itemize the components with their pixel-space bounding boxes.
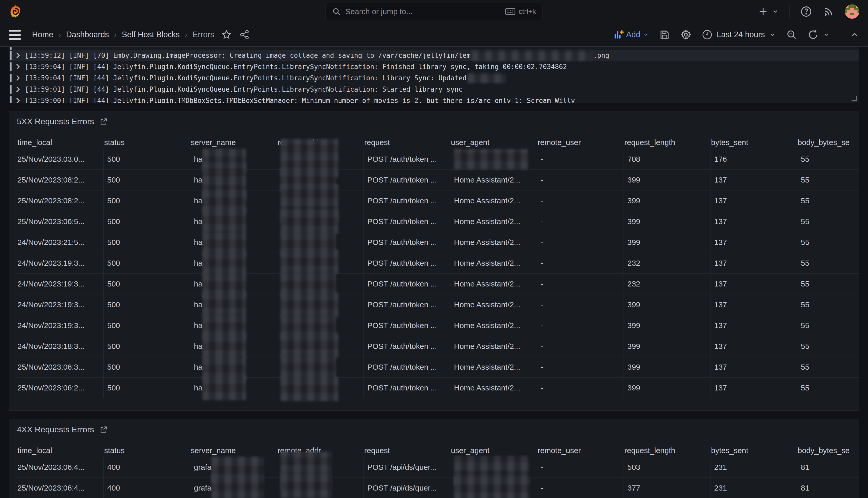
table-header-row: time_localstatusserver_nameremote_addrre… — [17, 136, 859, 149]
column-header-body_bytes_se[interactable]: body_bytes_se — [797, 444, 859, 457]
global-search: ctrl+k — [326, 3, 543, 20]
column-header-time_local[interactable]: time_local — [17, 444, 104, 457]
column-header-user_agent[interactable]: user_agent — [450, 444, 537, 457]
external-link-icon[interactable] — [100, 426, 107, 434]
panel-title[interactable]: 5XX Requests Errors — [17, 117, 94, 126]
redacted-blur — [281, 355, 336, 379]
table-cell: Home Assistant/2... — [450, 294, 537, 315]
table-cell: 137 — [710, 315, 797, 336]
breadcrumb-home[interactable]: Home — [32, 30, 53, 39]
news-button[interactable] — [823, 6, 834, 17]
table-cell: 55 — [797, 315, 859, 336]
help-button[interactable] — [800, 6, 812, 17]
refresh-icon — [808, 29, 819, 40]
table-cell: 500 — [104, 253, 190, 274]
add-panel-button[interactable]: Add — [613, 29, 649, 40]
column-header-bytes_sent[interactable]: bytes_sent — [710, 444, 797, 457]
table-cell — [277, 253, 364, 274]
table-row: 24/Nov/2023:19:3...500haPOST /auth/token… — [17, 253, 859, 274]
expand-chevron-icon[interactable] — [16, 52, 20, 59]
column-header-request_length[interactable]: request_length — [624, 444, 710, 457]
table-cell: Home Assistant/2... — [450, 357, 537, 378]
column-header-request[interactable]: request — [364, 136, 450, 149]
column-header-user_agent[interactable]: user_agent — [450, 136, 537, 149]
refresh-button[interactable] — [808, 29, 829, 40]
save-dashboard-button[interactable] — [659, 29, 670, 40]
table-cell: 137 — [710, 170, 797, 191]
table-row: 24/Nov/2023:19:3...500haPOST /auth/token… — [17, 274, 859, 294]
column-header-body_bytes_se[interactable]: body_bytes_se — [797, 136, 859, 149]
search-input[interactable] — [345, 7, 505, 16]
log-row[interactable]: [13:59:12] [INF] [70] Emby.Drawing.Image… — [9, 50, 859, 61]
column-header-remote_user[interactable]: remote_user — [537, 444, 624, 457]
table-cell: POST /auth/token ... — [364, 378, 450, 398]
column-header-request[interactable]: request — [364, 444, 450, 457]
table-cell: 500 — [104, 357, 190, 378]
column-header-time_local[interactable]: time_local — [17, 136, 104, 149]
table-cell: - — [537, 149, 624, 170]
column-header-server_name[interactable]: server_name — [190, 444, 277, 457]
log-text: [13:59:12] [INF] [70] Emby.Drawing.Image… — [25, 50, 609, 61]
table-cell: POST /auth/token ... — [364, 294, 450, 315]
column-header-remote_user[interactable]: remote_user — [537, 136, 624, 149]
panel-4xx-requests-errors: 4XX Requests Errors time_localstatusserv… — [9, 419, 859, 498]
menu-toggle-button[interactable] — [9, 30, 21, 40]
table-cell: 137 — [710, 294, 797, 315]
redacted-blur — [281, 293, 338, 317]
table-cell: - — [537, 378, 624, 398]
table-cell: 24/Nov/2023:19:3... — [17, 315, 104, 336]
avatar[interactable] — [845, 4, 859, 19]
column-header-server_name[interactable]: server_name — [190, 136, 277, 149]
table-row: 25/Nov/2023:08:2...500haPOST /auth/token… — [17, 170, 859, 191]
log-level-bar — [10, 96, 12, 103]
redacted-blur — [281, 377, 338, 401]
table-header-row: time_localstatusserver_nameremote_addrre… — [17, 444, 859, 457]
column-header-status[interactable]: status — [104, 136, 190, 149]
log-row[interactable]: [13:59:01] [INF] [44] Jellyfin.Plugin.Ko… — [9, 84, 859, 95]
table-cell: 55 — [797, 378, 859, 398]
log-text: [13:59:01] [INF] [44] Jellyfin.Plugin.Ko… — [25, 86, 462, 93]
log-row[interactable]: [13:59:04] [INF] [44] Jellyfin.Plugin.Ko… — [9, 61, 859, 73]
breadcrumb-self-host-blocks[interactable]: Self Host Blocks — [122, 30, 180, 39]
zoom-out-button[interactable] — [786, 29, 797, 40]
table-cell: 55 — [797, 274, 859, 294]
table-cell: 55 — [797, 232, 859, 253]
chevron-down-icon — [823, 31, 829, 38]
panel-resize-handle[interactable] — [852, 96, 857, 101]
divider — [840, 28, 840, 41]
log-row[interactable]: [13:59:00] [INF] [44] Jellyfin.Plugin.TM… — [9, 95, 859, 103]
breadcrumb-dashboards[interactable]: Dashboards — [66, 30, 109, 39]
chevron-down-icon — [769, 31, 776, 38]
dashboard-settings-button[interactable] — [680, 29, 692, 40]
rss-icon — [823, 6, 834, 17]
new-dashboard-button[interactable] — [758, 6, 778, 17]
grafana-logo-icon[interactable] — [9, 4, 22, 19]
expand-chevron-icon[interactable] — [16, 63, 20, 70]
log-row[interactable]: [13:59:04] [INF] [44] Jellyfin.Plugin.Ko… — [9, 73, 859, 84]
expand-chevron-icon[interactable] — [16, 75, 20, 81]
table-cell: 55 — [797, 211, 859, 232]
table-cell: ha — [190, 211, 277, 232]
table-cell: 81 — [797, 478, 859, 498]
column-header-bytes_sent[interactable]: bytes_sent — [710, 136, 797, 149]
expand-chevron-icon[interactable] — [16, 86, 20, 93]
table-cell: 137 — [710, 274, 797, 294]
gear-icon — [680, 29, 692, 40]
collapse-toolbar-button[interactable] — [850, 30, 859, 39]
column-header-status[interactable]: status — [104, 444, 190, 457]
column-header-request_length[interactable]: request_length — [624, 136, 710, 149]
table-cell — [450, 478, 537, 498]
zoom-out-icon — [786, 29, 797, 40]
expand-chevron-icon[interactable] — [16, 97, 20, 103]
redacted-blur — [281, 333, 338, 357]
star-icon — [221, 29, 232, 40]
table-cell: - — [537, 315, 624, 336]
external-link-icon[interactable] — [100, 118, 107, 126]
favorite-star-button[interactable] — [221, 29, 232, 40]
time-range-picker[interactable]: Last 24 hours — [702, 29, 776, 40]
panel-title[interactable]: 4XX Requests Errors — [17, 425, 94, 434]
table-cell: POST /auth/token ... — [364, 211, 450, 232]
table-cell: Home Assistant/2... — [450, 170, 537, 191]
share-button[interactable] — [239, 29, 249, 40]
table-cell: - — [537, 336, 624, 357]
